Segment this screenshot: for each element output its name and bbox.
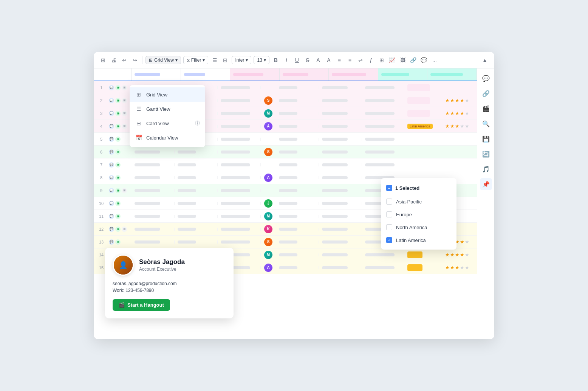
cell-content[interactable] [362, 151, 405, 154]
cell-content[interactable] [132, 163, 175, 166]
chat-dot[interactable]: 💬 [109, 149, 114, 155]
cell-content[interactable] [132, 202, 175, 205]
region-asia[interactable]: Asia-Pacific [381, 195, 456, 208]
cell-content[interactable] [218, 215, 261, 218]
cell-content[interactable] [276, 228, 319, 231]
cell-content[interactable] [175, 176, 218, 179]
sidebar-search-icon[interactable]: 🔍 [480, 118, 492, 130]
sidebar-link-icon[interactable]: 🔗 [480, 87, 492, 99]
cell-content[interactable] [362, 266, 405, 269]
cell-content[interactable] [132, 176, 175, 179]
chat-dot[interactable]: 💬 [109, 188, 114, 193]
cell-content[interactable] [218, 228, 261, 231]
chat-dot[interactable]: 💬 [109, 111, 114, 116]
cell-content[interactable] [319, 228, 362, 231]
cell-content[interactable] [276, 163, 319, 166]
cell-content[interactable] [276, 176, 319, 179]
image-icon[interactable]: 🖼 [399, 56, 407, 64]
cell-content[interactable] [319, 138, 362, 141]
cell-content[interactable] [175, 202, 218, 205]
cell-content[interactable] [319, 215, 362, 218]
cell-content[interactable] [218, 86, 261, 89]
cell-content[interactable] [132, 240, 175, 244]
chat-dot[interactable]: 💬 [109, 162, 114, 168]
north-america-checkbox[interactable] [386, 224, 392, 230]
europe-checkbox[interactable] [386, 211, 392, 217]
cell-content[interactable] [218, 240, 261, 244]
cell-content[interactable] [319, 253, 362, 256]
sidebar-video-icon[interactable]: 🎬 [480, 102, 492, 115]
cell-content[interactable] [218, 189, 261, 192]
cell-content[interactable] [175, 240, 218, 244]
cell-content[interactable] [362, 163, 405, 166]
cell-content[interactable] [276, 86, 319, 89]
cell-content[interactable] [218, 151, 261, 154]
chart-icon[interactable]: 📈 [388, 56, 396, 64]
cell-content[interactable] [276, 215, 319, 218]
grid-view-button[interactable]: ⊞ Grid View ▾ [145, 56, 181, 64]
align-center-icon[interactable]: ≡ [346, 56, 354, 64]
asia-checkbox[interactable] [386, 199, 392, 205]
cell-content[interactable] [319, 151, 362, 154]
cell-content[interactable] [319, 112, 362, 115]
view-item-card[interactable]: ⊟ Card View ⓘ [130, 116, 205, 130]
cell-content[interactable] [132, 189, 175, 192]
print-icon[interactable]: 🖨 [110, 56, 118, 64]
table-icon[interactable]: ⊞ [378, 56, 386, 64]
italic-icon[interactable]: I [282, 56, 291, 64]
sidebar-music-icon[interactable]: 🎵 [480, 163, 492, 175]
cell-content[interactable] [276, 189, 319, 192]
cell-content[interactable] [276, 99, 319, 102]
redo-icon[interactable]: ↪ [131, 56, 139, 64]
cell-content[interactable] [276, 112, 319, 115]
latin-america-checkbox[interactable]: ✓ [386, 237, 392, 243]
sidebar-pin-icon[interactable]: 📌 [480, 178, 492, 190]
cell-content[interactable] [276, 151, 319, 154]
filter-button[interactable]: ⧖ Filter ▾ [183, 56, 209, 64]
cell-content[interactable] [175, 215, 218, 218]
cell-content[interactable] [319, 163, 362, 166]
chat-dot[interactable]: 💬 [109, 201, 114, 206]
cell-content[interactable] [319, 99, 362, 102]
cell-content[interactable] [175, 228, 218, 231]
cell-content[interactable] [132, 215, 175, 218]
cell-content[interactable] [218, 99, 261, 102]
align-left-icon[interactable]: ≡ [335, 56, 344, 64]
region-north-america[interactable]: North America [381, 221, 456, 234]
chat-dot[interactable]: 💬 [109, 175, 114, 180]
cell-content[interactable] [218, 176, 261, 179]
sidebar-refresh-icon[interactable]: 🔄 [480, 148, 492, 160]
cell-content[interactable] [319, 189, 362, 192]
bold-icon[interactable]: B [272, 56, 280, 64]
cell-content[interactable] [319, 202, 362, 205]
region-latin-america[interactable]: ✓ Latin America [381, 234, 456, 247]
sidebar-chat-icon[interactable]: 💬 [480, 72, 492, 84]
chat-dot[interactable]: 💬 [109, 98, 114, 103]
cell-content[interactable] [276, 138, 319, 141]
undo-icon[interactable]: ↩ [120, 56, 128, 64]
highlight-icon[interactable]: A [325, 56, 333, 64]
chat-dot[interactable]: 💬 [109, 227, 114, 232]
list-icon[interactable]: ☰ [210, 56, 219, 64]
link-icon[interactable]: 🔗 [409, 56, 418, 64]
font-button[interactable]: Inter ▾ [232, 56, 251, 64]
cell-content[interactable] [218, 202, 261, 205]
cell-content[interactable] [175, 189, 218, 192]
cell-content[interactable] [276, 240, 319, 244]
cell-content[interactable] [362, 125, 405, 128]
chat-dot[interactable]: 💬 [109, 124, 114, 129]
view-item-grid[interactable]: ⊞ Grid View [130, 87, 205, 102]
cell-content[interactable] [362, 112, 405, 115]
view-item-gantt[interactable]: ☰ Gantt View [130, 102, 205, 116]
columns-icon[interactable]: ⊟ [221, 56, 229, 64]
cell-content[interactable] [218, 163, 261, 166]
wrap-icon[interactable]: ⇌ [356, 56, 365, 64]
size-button[interactable]: 13 ▾ [254, 56, 269, 64]
sidebar-save-icon[interactable]: 💾 [480, 133, 492, 145]
underline-icon[interactable]: U [293, 56, 301, 64]
file-icon[interactable]: ⊞ [99, 56, 107, 64]
chat-dot[interactable]: 💬 [109, 85, 114, 90]
chat-dot[interactable]: 💬 [109, 214, 114, 219]
strikethrough-icon[interactable]: S [303, 56, 312, 64]
cell-content[interactable] [319, 266, 362, 269]
